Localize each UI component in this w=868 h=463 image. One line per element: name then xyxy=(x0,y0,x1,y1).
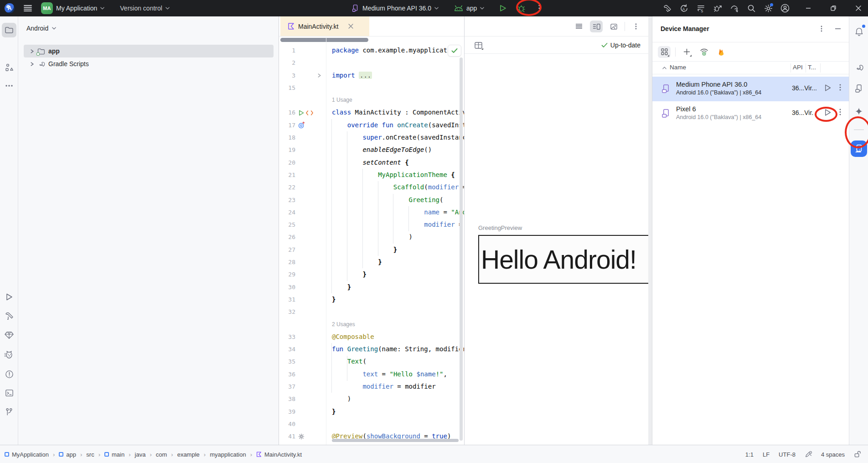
pair-wifi-icon[interactable] xyxy=(698,46,710,58)
line-number: 30 xyxy=(281,281,295,293)
editor-horizontal-scrollbar[interactable] xyxy=(332,439,459,442)
pen-icon[interactable] xyxy=(805,451,812,458)
group-devices-icon[interactable] xyxy=(658,46,671,58)
more-actions-icon[interactable] xyxy=(532,1,546,15)
column-type[interactable]: T... xyxy=(808,64,816,71)
breadcrumb-item[interactable]: java xyxy=(135,451,146,458)
device-streaming-icon[interactable] xyxy=(728,1,741,15)
run-gutter-icon[interactable] xyxy=(298,110,304,116)
breadcrumb-item[interactable]: MainActivity.kt xyxy=(256,451,302,458)
chevron-right-icon[interactable] xyxy=(30,62,34,66)
device-manager-tool-icon[interactable] xyxy=(852,81,866,96)
chevron-right-icon[interactable] xyxy=(30,49,34,53)
preview-layout-icon[interactable] xyxy=(472,39,485,51)
device-manager-hide-icon[interactable] xyxy=(832,23,844,35)
device-row[interactable]: Medium Phone API 36.0Android 16.0 ("Bakl… xyxy=(652,77,849,101)
attach-debugger-icon[interactable] xyxy=(711,1,724,15)
panel-splitter[interactable] xyxy=(648,16,652,445)
usage-inlay[interactable]: 1 Usage xyxy=(332,94,352,106)
app-quality-insights-tool-icon[interactable] xyxy=(2,348,16,362)
task-list-icon[interactable]: 5 xyxy=(694,1,708,15)
project-tool-icon[interactable] xyxy=(2,23,16,37)
problems-tool-icon[interactable] xyxy=(2,367,16,381)
device-manager-more-icon[interactable] xyxy=(816,23,827,35)
breadcrumb-item[interactable]: MyApplication xyxy=(5,451,49,458)
lock-icon[interactable] xyxy=(854,451,861,458)
preview-composable-label[interactable]: GreetingPreview xyxy=(478,224,522,231)
resource-manager-tool-icon[interactable] xyxy=(2,328,16,343)
status-widget[interactable]: UTF-8 xyxy=(779,451,796,458)
preview-render-frame[interactable]: Hello Android! xyxy=(478,235,656,284)
status-widget[interactable]: LF xyxy=(763,451,770,458)
usage-inlay[interactable]: 2 Usages xyxy=(332,318,355,331)
device-row[interactable]: Pixel 6Android 16.0 ("Baklava") | x86_64… xyxy=(652,101,849,126)
device-api-type: 36...Vir. xyxy=(792,109,813,116)
column-separator[interactable] xyxy=(790,63,791,73)
gemini-tool-icon[interactable] xyxy=(852,104,866,119)
run-config-selector[interactable]: app xyxy=(454,5,484,12)
build-tool-icon[interactable] xyxy=(2,309,16,323)
breadcrumb-item[interactable]: example xyxy=(177,451,200,458)
git-tool-icon[interactable] xyxy=(2,405,16,419)
device-selector[interactable]: Medium Phone API 36.0 xyxy=(351,4,439,12)
tab-mainactivity[interactable]: MainActivity.kt xyxy=(280,16,369,36)
breadcrumb-item[interactable]: com xyxy=(156,451,167,458)
profile-icon[interactable] xyxy=(778,1,792,15)
gear-gutter-icon[interactable] xyxy=(298,433,305,440)
project-view-selector[interactable]: Android xyxy=(26,25,56,32)
column-api[interactable]: API xyxy=(793,64,803,71)
column-separator[interactable] xyxy=(820,63,821,73)
virtual-device-icon xyxy=(661,109,670,119)
fold-chevron-icon[interactable] xyxy=(317,69,321,82)
close-button[interactable] xyxy=(852,1,865,15)
build-icon[interactable] xyxy=(660,1,674,15)
add-device-icon[interactable] xyxy=(680,46,693,58)
launch-device-icon[interactable] xyxy=(824,84,832,92)
vcs-widget[interactable]: Version control xyxy=(120,5,170,12)
split-view-icon[interactable] xyxy=(590,21,603,32)
project-widget[interactable]: MA My Application xyxy=(41,2,104,14)
inspections-widget[interactable] xyxy=(448,45,461,57)
tab-underline xyxy=(280,38,368,42)
code-text: Text( xyxy=(332,355,367,368)
launch-device-icon[interactable] xyxy=(824,109,832,116)
main-menu-icon[interactable] xyxy=(22,2,34,14)
device-more-icon[interactable] xyxy=(839,84,841,91)
settings-icon[interactable] xyxy=(761,1,775,15)
breadcrumb-item[interactable]: src xyxy=(86,451,94,458)
code-line: 22 Scaffold(modifier = Modifier.fillMaxS… xyxy=(279,181,464,193)
notifications-icon[interactable] xyxy=(852,25,866,39)
search-icon[interactable] xyxy=(744,1,758,15)
code-view-icon[interactable] xyxy=(573,21,585,32)
breadcrumb-item[interactable]: myapplication xyxy=(210,451,246,458)
editor-vertical-scrollbar[interactable] xyxy=(460,57,463,441)
compose-gutter-icon[interactable] xyxy=(306,110,313,115)
status-widget[interactable]: 4 spaces xyxy=(821,451,845,458)
tree-item-app[interactable]: app xyxy=(18,45,279,57)
debug-button[interactable] xyxy=(514,1,528,15)
gradle-tool-icon[interactable] xyxy=(852,60,866,75)
override-gutter-icon[interactable] xyxy=(298,121,305,129)
preview-more-icon[interactable] xyxy=(630,21,642,32)
line-number: 1 xyxy=(281,44,295,57)
device-more-icon[interactable] xyxy=(839,109,841,115)
sync-project-icon[interactable]: A xyxy=(677,1,691,15)
structure-tool-icon[interactable] xyxy=(2,60,16,75)
tree-item-gradle-scripts[interactable]: Gradle Scripts xyxy=(18,57,279,70)
sort-ascending-icon[interactable] xyxy=(662,67,666,69)
column-name[interactable]: Name xyxy=(670,64,686,71)
firebase-icon[interactable] xyxy=(715,46,728,58)
run-tool-icon[interactable] xyxy=(2,290,16,304)
minimize-button[interactable] xyxy=(801,1,815,15)
status-widget[interactable]: 1:1 xyxy=(745,451,754,458)
breadcrumb-item[interactable]: app xyxy=(59,451,76,458)
restore-button[interactable] xyxy=(827,1,840,15)
run-button[interactable] xyxy=(496,1,510,15)
column-separator[interactable] xyxy=(806,63,806,73)
running-devices-button[interactable] xyxy=(851,140,867,157)
close-tab-icon[interactable] xyxy=(348,24,353,29)
breadcrumb-item[interactable]: main xyxy=(104,451,124,458)
more-tools-icon[interactable] xyxy=(2,78,16,93)
terminal-tool-icon[interactable] xyxy=(2,385,16,400)
design-view-icon[interactable] xyxy=(607,21,620,32)
